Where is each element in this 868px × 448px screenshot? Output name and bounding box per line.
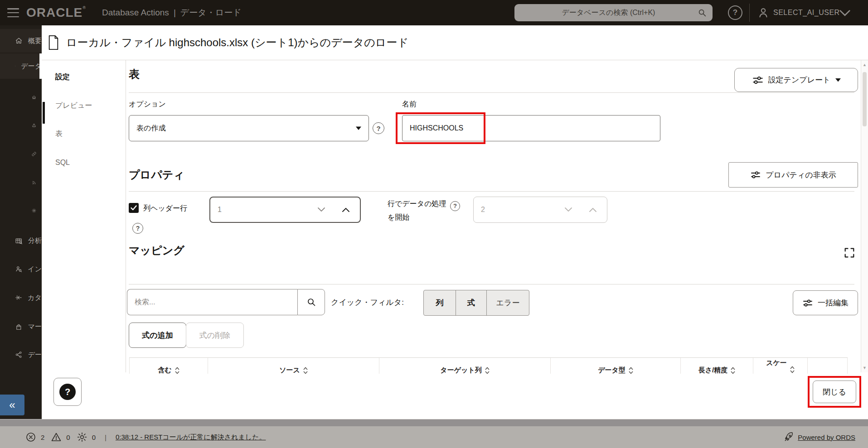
- start-row-help-icon[interactable]: ?: [450, 201, 460, 211]
- sidebar-item-catalog[interactable]: カタ: [0, 286, 42, 309]
- hide-properties-button[interactable]: プロパティの非表示: [728, 162, 858, 188]
- oracle-logo: ORACLE®: [26, 5, 86, 20]
- bulk-edit-button[interactable]: 一括編集: [793, 290, 858, 315]
- filter-expressions[interactable]: 式: [456, 290, 486, 315]
- top-bar: ORACLE® Database Actions | データ・ロード ? SEL…: [0, 0, 868, 25]
- status-message-link[interactable]: 0:38:12 - RESTコールが正常に解決されました。: [116, 433, 266, 442]
- search-icon: [306, 297, 317, 308]
- sidebar-collapse-button[interactable]: «: [0, 395, 24, 415]
- feed-icon: [32, 177, 36, 188]
- table-name-input[interactable]: [402, 115, 660, 141]
- sidebar-item-data-load[interactable]: データ: [0, 53, 42, 79]
- errors-icon[interactable]: [25, 432, 36, 443]
- rocket-icon: [783, 432, 794, 443]
- column-header-datatype[interactable]: データ型: [551, 358, 681, 374]
- warnings-icon[interactable]: [51, 432, 62, 443]
- option-label: オプション: [129, 100, 166, 109]
- active-tab-indicator: [43, 102, 45, 124]
- title-separator: |: [174, 8, 176, 18]
- sidebar-item-overview[interactable]: 概要: [0, 29, 42, 53]
- sidebar-item-marketplace[interactable]: マー: [0, 315, 42, 339]
- caret-down-icon: [356, 126, 361, 130]
- option-help-icon[interactable]: ?: [373, 122, 384, 134]
- column-header-scale[interactable]: スケー: [753, 358, 808, 374]
- tab-settings[interactable]: 設定: [55, 72, 70, 82]
- column-header-help-icon[interactable]: ?: [132, 223, 143, 234]
- start-row-spinner: 2: [473, 197, 607, 223]
- sort-icon: [629, 367, 633, 374]
- gear-icon: [32, 205, 36, 216]
- column-header-target[interactable]: ターゲット列: [379, 358, 551, 374]
- user-icon: [757, 6, 770, 19]
- dialog-scrollbar[interactable]: ▲ ▼: [861, 60, 868, 372]
- sidebar-nav: 概要 データ 分析: [0, 25, 42, 419]
- sidebar-item-analysis[interactable]: 分析: [0, 229, 42, 253]
- section-divider: [129, 191, 854, 192]
- database-search-box[interactable]: [514, 4, 713, 21]
- horizontal-scrollbar[interactable]: [0, 419, 868, 426]
- link-icon: [32, 149, 36, 159]
- topbar-divider: [749, 4, 750, 22]
- sliders-icon: [802, 298, 813, 308]
- column-header-rows-spinner[interactable]: 1: [209, 197, 361, 223]
- chevron-down-icon[interactable]: [839, 10, 851, 16]
- option-select[interactable]: 表の作成: [129, 115, 369, 141]
- status-bar: 2 0 0 | 0:38:12 - RESTコールが正常に解決されました。 Po…: [0, 426, 868, 448]
- hamburger-menu-icon[interactable]: [7, 8, 19, 17]
- sidebar-subitem-upload[interactable]: [0, 114, 42, 137]
- tab-preview[interactable]: プレビュー: [55, 101, 92, 111]
- data-load-dialog: ローカル・ファイル highschools.xlsx (シート1)からのデータの…: [42, 25, 868, 419]
- quick-filter-group: 列 式 エラー: [423, 290, 529, 316]
- powered-by-ords-link[interactable]: Powered by ORDS: [798, 434, 855, 441]
- section-divider: [129, 92, 854, 93]
- user-menu[interactable]: SELECT_AI_USER: [773, 0, 840, 25]
- spinner-decrement-icon[interactable]: [317, 207, 325, 212]
- column-header-checkbox[interactable]: [129, 203, 139, 213]
- scrollbar-thumb[interactable]: [863, 72, 867, 126]
- column-header-source[interactable]: ソース: [208, 358, 379, 374]
- sliders-icon: [750, 169, 761, 180]
- file-icon: [47, 34, 60, 51]
- mapping-search-button[interactable]: [297, 289, 325, 315]
- remove-expression-button[interactable]: 式の削除: [186, 323, 244, 348]
- dialog-help-button[interactable]: ?: [53, 378, 82, 406]
- sidebar-item-data-share[interactable]: デー: [0, 343, 42, 366]
- mapping-search-input[interactable]: [127, 289, 297, 315]
- spinner-increment-icon: [589, 207, 597, 212]
- scroll-up-icon[interactable]: ▲: [863, 63, 867, 67]
- tab-sql[interactable]: SQL: [55, 159, 70, 167]
- scroll-down-icon[interactable]: ▼: [863, 366, 867, 370]
- column-header-include[interactable]: 含む: [129, 358, 208, 374]
- sidebar-subitem-home[interactable]: [0, 86, 42, 109]
- sidebar-subitem-link[interactable]: [0, 143, 42, 165]
- column-header-length[interactable]: 長さ/精度: [681, 358, 753, 374]
- add-expression-button[interactable]: 式の追加: [129, 323, 186, 348]
- help-icon[interactable]: ?: [728, 5, 742, 20]
- expand-icon[interactable]: [840, 244, 858, 262]
- start-row-label: 行でデータの処理 ? を開始: [388, 198, 476, 223]
- quick-filter-label: クイック・フィルタ:: [331, 289, 404, 315]
- warning-count: 0: [66, 434, 70, 441]
- sidebar-item-insights[interactable]: イン: [0, 257, 42, 281]
- sort-icon: [485, 367, 490, 374]
- filter-errors[interactable]: エラー: [486, 290, 529, 315]
- error-count: 2: [41, 434, 44, 441]
- tab-table[interactable]: 表: [55, 129, 63, 139]
- sliders-icon: [752, 74, 764, 86]
- processes-gear-icon[interactable]: [77, 432, 87, 443]
- sidebar-subitem-feed[interactable]: [0, 171, 42, 194]
- arrow-to-bar-icon: [15, 292, 22, 303]
- database-search-input[interactable]: [520, 9, 697, 17]
- database-upload-icon: [15, 60, 15, 72]
- properties-heading: プロパティ: [129, 168, 184, 182]
- settings-template-button[interactable]: 設定テンプレート: [734, 68, 858, 92]
- table-search-icon: [15, 235, 23, 247]
- section-divider: [129, 284, 854, 284]
- close-button[interactable]: 閉じる: [813, 381, 856, 403]
- filter-columns[interactable]: 列: [424, 290, 456, 315]
- sidebar-subitem-settings[interactable]: [0, 199, 42, 222]
- home-icon: [15, 35, 23, 47]
- spinner-increment-icon[interactable]: [342, 207, 350, 212]
- dialog-tabs: 設定 プレビュー 表 SQL: [42, 60, 126, 372]
- check-icon: [131, 205, 137, 211]
